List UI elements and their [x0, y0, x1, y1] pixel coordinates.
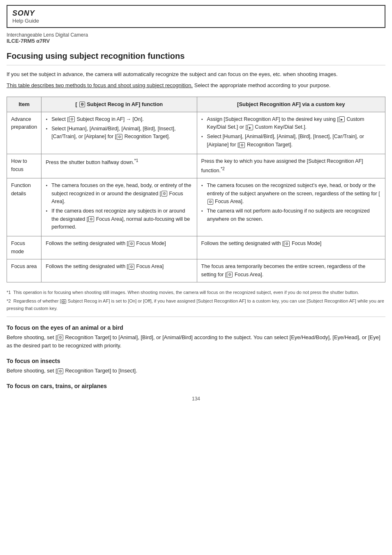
- section-heading-animal-bird: To focus on the eyes of an animal or a b…: [7, 324, 385, 331]
- row-custom-function-details: The camera focuses on the recognized sub…: [197, 178, 385, 236]
- row-item-function-details: Functiondetails: [7, 178, 42, 236]
- model-name: ILCE-7RM5 α7RV: [7, 38, 385, 44]
- subj-icon4: [161, 191, 167, 197]
- device-type: Interchangeable Lens Digital Camera: [7, 32, 385, 38]
- footnote-2: *2 Regardless of whether [ Subject Recog…: [7, 298, 385, 312]
- footnotes-section: *1 This operation is for focusing when s…: [7, 289, 385, 312]
- custom-icon1: [339, 116, 345, 122]
- row-af-focus-mode: Follows the setting designated with [ Fo…: [42, 236, 197, 259]
- comparison-table: Item [ Subject Recog in AF] function [Su…: [7, 97, 385, 282]
- row-af-how-to-focus: Press the shutter button halfway down.*1: [42, 154, 197, 178]
- row-item-focus-mode: Focusmode: [7, 236, 42, 259]
- row-custom-focus-area: The focus area temporarily becomes the e…: [197, 259, 385, 282]
- header-box: SONY Help Guide: [7, 5, 385, 28]
- table-row: Advancepreparation Select [ Subject Reco…: [7, 112, 385, 154]
- intro-underline: This table describes two methods to focu…: [7, 82, 193, 88]
- brand-logo: SONY: [12, 9, 380, 18]
- row-item-advance: Advancepreparation: [7, 112, 42, 154]
- section-divider: [7, 317, 385, 317]
- subj-icon3: [239, 142, 245, 148]
- subj-icon11: [58, 335, 63, 340]
- row-custom-advance: Assign [Subject Recognition AF] to the d…: [197, 112, 385, 154]
- table-row: Focusmode Follows the setting designated…: [7, 236, 385, 259]
- subj-icon-header: [79, 102, 85, 107]
- section-text-animal-bird: Before shooting, set [ Recognition Targe…: [7, 333, 385, 351]
- intro-paragraph1: If you set the subject in advance, the c…: [7, 70, 385, 79]
- subj-icon6: [208, 199, 213, 205]
- section-heading-insects: To focus on insects: [7, 358, 385, 364]
- subj-icon7: [129, 241, 134, 247]
- intro-rest: Select the appropriate method according …: [193, 82, 330, 88]
- row-af-focus-area: Follows the setting designated with [ Fo…: [42, 259, 197, 282]
- subj-icon10: [227, 272, 233, 278]
- col-header-item: Item: [7, 97, 42, 112]
- section-heading-cars-trains: To focus on cars, trains, or airplanes: [7, 383, 385, 389]
- row-af-advance: Select [ Subject Recog in AF] → [On]. Se…: [42, 112, 197, 154]
- row-item-focus-area: Focus area: [7, 259, 42, 282]
- meta-section: Interchangeable Lens Digital Camera ILCE…: [7, 32, 385, 44]
- subj-icon5: [88, 216, 94, 222]
- subj-icon: [69, 116, 75, 122]
- col-header-custom: [Subject Recognition AF] via a custom ke…: [197, 97, 385, 112]
- row-af-function-details: The camera focuses on the eye, head, bod…: [42, 178, 197, 236]
- row-custom-focus-mode: Follows the setting designated with [ Fo…: [197, 236, 385, 259]
- table-row: Focus area Follows the setting designate…: [7, 259, 385, 282]
- subj-icon12: [58, 368, 63, 374]
- intro-section: If you set the subject in advance, the c…: [7, 70, 385, 90]
- table-row: Functiondetails The camera focuses on th…: [7, 178, 385, 236]
- table-row: How tofocus Press the shutter button hal…: [7, 154, 385, 178]
- subj-icon9: [129, 264, 134, 270]
- subj-icon8: [284, 241, 290, 247]
- help-guide-label: Help Guide: [12, 18, 380, 24]
- row-custom-how-to-focus: Press the key to which you have assigned…: [197, 154, 385, 178]
- footnote-1: *1 This operation is for focusing when s…: [7, 289, 385, 296]
- page-title: Focusing using subject recognition funct…: [7, 51, 385, 65]
- page-number: 134: [0, 396, 392, 402]
- subj-icon-fn: [62, 299, 66, 304]
- section-text-insects: Before shooting, set [ Recognition Targe…: [7, 367, 385, 375]
- row-item-how-to-focus: How tofocus: [7, 154, 42, 178]
- col-header-af: [ Subject Recog in AF] function: [42, 97, 197, 112]
- subj-icon2: [117, 134, 122, 140]
- custom-icon2: [247, 125, 253, 130]
- intro-paragraph2: This table describes two methods to focu…: [7, 81, 385, 90]
